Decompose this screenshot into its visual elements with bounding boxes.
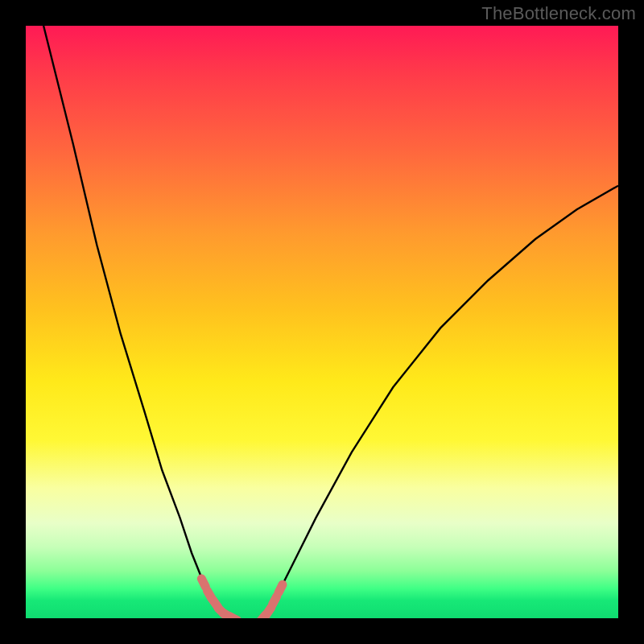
watermark-text: TheBottleneck.com bbox=[481, 3, 636, 24]
right-curve-markers bbox=[254, 579, 288, 628]
curves-svg bbox=[26, 26, 618, 618]
chart-frame: TheBottleneck.com bbox=[0, 0, 644, 644]
right-curve bbox=[262, 186, 618, 618]
left-curve-markers bbox=[196, 573, 243, 626]
plot-area bbox=[26, 26, 618, 618]
left-curve bbox=[43, 26, 233, 618]
